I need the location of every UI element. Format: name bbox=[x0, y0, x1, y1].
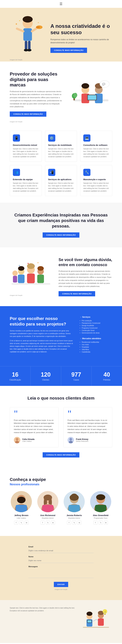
hero-cta-button[interactable]: CONSULTE MAIS INFORMAÇÃO bbox=[50, 48, 87, 53]
stat-item-2: 120 Clientes bbox=[30, 366, 61, 386]
contact-cta-button[interactable]: CONSULTE MAIS INFORMAÇÃO bbox=[58, 291, 95, 296]
svg-point-69 bbox=[96, 494, 105, 500]
provider-left: Provedor de soluções digitais para suas … bbox=[10, 71, 70, 117]
bottom-description: Sample text. Click to select the text bo… bbox=[10, 606, 75, 612]
twitter-icon-3[interactable]: 𝕏 bbox=[72, 521, 76, 524]
service-desc-5: Sample text. Click to select the text bo… bbox=[48, 182, 74, 192]
stat-item-3: 977 Casos bbox=[61, 366, 92, 386]
service-card-6: 🔧 Manutenção e suporte Sample text. Clic… bbox=[80, 165, 112, 196]
stat-label-1: Classificação bbox=[3, 379, 27, 381]
why-services-label: → Serviços bbox=[80, 316, 112, 318]
hero-image-credit: Imagem de Freepik bbox=[10, 59, 22, 60]
twitter-icon-4[interactable]: 𝕏 bbox=[99, 521, 103, 524]
why-market-item-3: Hospitalar bbox=[80, 346, 112, 348]
form-container: Email Nome Mensagem ENVIAR bbox=[28, 546, 94, 587]
svg-text:✦: ✦ bbox=[15, 22, 18, 26]
why-left: Por que escolher nosso estúdio para seus… bbox=[10, 316, 73, 356]
message-label: Mensagem bbox=[28, 566, 94, 568]
svg-text:♥: ♥ bbox=[27, 262, 29, 265]
team-social-4: f 𝕏 in bbox=[89, 521, 112, 524]
linkedin-icon-2[interactable]: in bbox=[51, 521, 55, 524]
facebook-icon-2[interactable]: f bbox=[41, 521, 44, 524]
author-avatar-1 bbox=[14, 437, 20, 443]
service-card-5: 📲 Serviços de aplicativos Sample text. C… bbox=[45, 165, 77, 196]
hero-section: ✦ ✦ ✦ A nossa criatividade é o seu suces… bbox=[0, 8, 122, 62]
team-social-2: f 𝕏 in bbox=[36, 521, 60, 524]
quote-mark-2: " bbox=[68, 411, 108, 416]
facebook-icon-4[interactable]: f bbox=[94, 521, 98, 524]
team-name-1: Jeffrey Brown bbox=[10, 514, 33, 516]
linkedin-icon-3[interactable]: in bbox=[78, 521, 81, 524]
svg-point-10 bbox=[27, 49, 32, 51]
email-input[interactable] bbox=[28, 548, 94, 553]
svg-point-47 bbox=[70, 438, 72, 440]
testimonial-author-2: Frank Kinney Diretor financeiro bbox=[68, 437, 108, 443]
service-desc-1: Sample text. Click to select the text bo… bbox=[13, 148, 39, 158]
linkedin-icon-1[interactable]: in bbox=[24, 521, 28, 524]
testimonial-card-2: " Proin sed libero enim sed faucibus tur… bbox=[64, 407, 112, 448]
svg-point-73 bbox=[86, 612, 92, 616]
svg-text:✦: ✦ bbox=[38, 22, 39, 24]
stat-number-3: 977 bbox=[64, 371, 88, 378]
team-social-3: f 𝕏 in bbox=[63, 521, 86, 524]
testimonials-section: Leia o que nossos clientes dizem " Proin… bbox=[0, 386, 122, 467]
email-label: Email bbox=[28, 546, 94, 548]
bottom-illustration: 💡 bbox=[80, 606, 112, 636]
hamburger-icon[interactable]: ☰ bbox=[60, 2, 62, 6]
stat-label-4: Prêmios bbox=[95, 379, 119, 381]
form-field-message: Mensagem bbox=[28, 566, 94, 578]
form-submit-button[interactable]: ENVIAR bbox=[54, 582, 68, 587]
team-section: Conheça a equipe Nossos profissionais Je… bbox=[0, 467, 122, 536]
team-name-3: Jennia Roberts bbox=[63, 514, 86, 516]
facebook-icon-3[interactable]: f bbox=[67, 521, 71, 524]
team-photo-4 bbox=[90, 491, 111, 512]
facebook-icon-1[interactable]: f bbox=[14, 521, 18, 524]
message-textarea[interactable] bbox=[28, 568, 94, 578]
team-name-4: Alex Greenfield bbox=[89, 514, 112, 516]
svg-rect-79 bbox=[98, 618, 104, 626]
why-desc1: Somos movidos a um padrão de sucesso. As… bbox=[10, 330, 73, 338]
team-role-2: Arquiteta interior bbox=[36, 517, 60, 519]
author-info-1: Celia Almada Líder criativo bbox=[22, 438, 34, 442]
hero-title: A nossa criatividade é o seu sucesso bbox=[50, 23, 112, 36]
contact-description: Profissional de gerenciamento de mudança… bbox=[58, 270, 112, 288]
service-card-4: 👥 Extensão da equipe Sample text. Click … bbox=[10, 165, 42, 196]
svg-point-44 bbox=[16, 438, 18, 440]
svg-rect-53 bbox=[16, 505, 27, 512]
form-field-email: Email bbox=[28, 546, 94, 553]
team-subtitle: Nossos profissionais bbox=[10, 483, 112, 486]
linkedin-icon-4[interactable]: in bbox=[104, 521, 108, 524]
svg-point-2 bbox=[22, 16, 33, 22]
service-card-1: 📱 Desenvolvimento móvel Sample text. Cli… bbox=[10, 131, 42, 162]
testimonial-author-1: Celia Almada Líder criativo bbox=[14, 437, 54, 443]
quote-mark-1: " bbox=[14, 411, 54, 416]
provider-cta-button[interactable]: CONSULTE MAIS INFORMAÇÃO bbox=[10, 112, 46, 117]
team-name-2: Ann Richmond bbox=[36, 514, 60, 516]
team-grid: Jeffrey Brown Líder criativo f 𝕏 in bbox=[10, 491, 112, 524]
name-input[interactable] bbox=[28, 558, 94, 563]
inspiration-cta-button[interactable]: CONSULTE MAIS INFORMAÇÃO bbox=[42, 232, 79, 238]
service-title-6: Manutenção e suporte bbox=[83, 178, 109, 181]
svg-rect-7 bbox=[25, 41, 27, 50]
svg-point-16 bbox=[82, 83, 89, 89]
service-desc-3: Sample text. Click to select the text bo… bbox=[83, 148, 109, 158]
testimonial-text-1: Proin sed libero enim sed faucibus turpi… bbox=[14, 419, 54, 434]
svg-line-4 bbox=[32, 28, 38, 32]
service-title-3: Consultoria de software bbox=[83, 144, 109, 146]
testimonials-cta-button[interactable]: CONSULTE MAIS INFORMAÇÃO bbox=[42, 452, 79, 458]
svg-rect-60 bbox=[42, 505, 54, 512]
stat-label-3: Casos bbox=[64, 379, 88, 381]
twitter-icon-2[interactable]: 𝕏 bbox=[46, 521, 50, 524]
form-field-name: Nome bbox=[28, 556, 94, 563]
stat-number-2: 120 bbox=[34, 371, 58, 378]
svg-rect-81 bbox=[104, 614, 106, 615]
svg-rect-66 bbox=[68, 505, 80, 512]
service-icon-3: 💻 bbox=[83, 134, 90, 142]
why-markets-list: → Mercados atendidos Residencial multifa… bbox=[80, 338, 112, 353]
why-markets-items: Residencial multifamiliar Uso misto Hosp… bbox=[80, 341, 112, 353]
why-service-item-3: Design Acollhible bbox=[80, 324, 112, 327]
team-card-2: Ann Richmond Arquiteta interior f 𝕏 in bbox=[36, 491, 60, 524]
svg-point-32 bbox=[18, 266, 24, 271]
service-title-1: Desenvolvimento móvel bbox=[13, 144, 39, 146]
twitter-icon-1[interactable]: 𝕏 bbox=[19, 521, 23, 524]
